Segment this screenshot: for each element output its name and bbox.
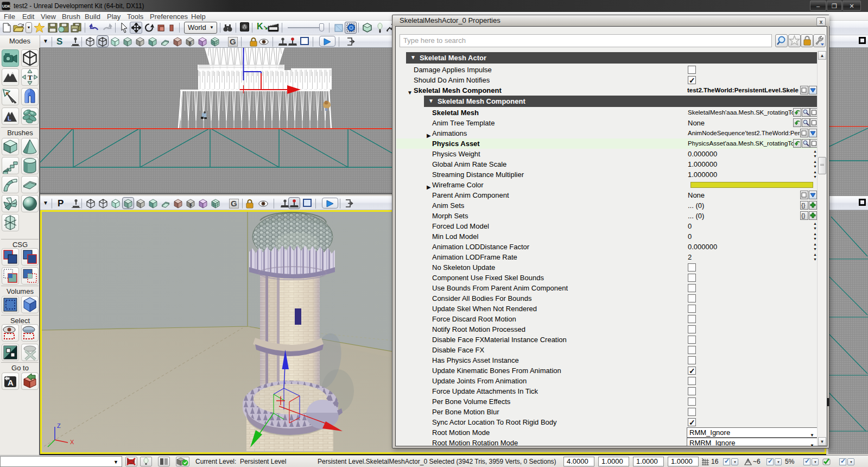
svg-text:L: L <box>8 115 11 122</box>
svg-text:{}: {} <box>801 202 806 209</box>
svg-text:{}: {} <box>801 212 806 219</box>
svg-text:T: T <box>28 73 33 81</box>
svg-text:Z: Z <box>57 422 61 429</box>
svg-text:X: X <box>70 439 74 445</box>
